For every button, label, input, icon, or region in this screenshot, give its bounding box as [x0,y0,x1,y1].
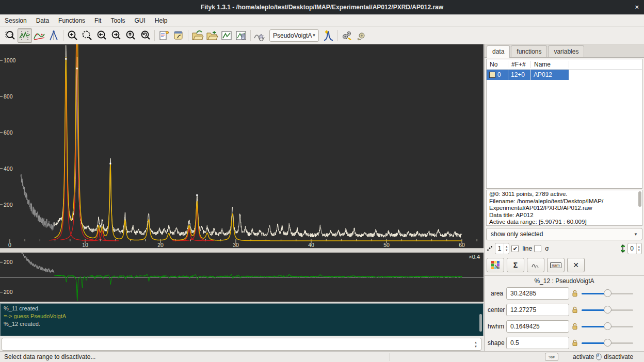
zoom-left-icon[interactable] [94,28,109,43]
dataset-buttons: Σ nam ✕ [487,258,642,272]
col-header-f: #F+# [508,61,531,68]
copy-function-button[interactable] [527,258,544,272]
lock-icon[interactable] [569,290,581,297]
zoom-in-icon[interactable] [66,28,80,43]
fit-run-icon[interactable] [340,28,355,43]
y-tick-label: 1000 [4,57,16,63]
mode-add-peak-icon[interactable] [46,28,61,43]
param-label-center: center [488,306,506,314]
menu-functions[interactable]: Functions [54,15,90,26]
color-style-button[interactable] [487,258,504,272]
dataset-checkbox[interactable] [489,72,495,78]
param-input-area[interactable]: 30.24285 [506,287,569,300]
show-mode-dropdown[interactable]: show only selected ▼ [486,228,642,240]
tab-variables[interactable]: variables [548,45,584,57]
point-size-icon [487,245,493,252]
chevron-down-icon: ▼ [312,33,316,38]
menu-data[interactable]: Data [31,15,54,26]
menu-tools[interactable]: Tools [106,15,130,26]
function-title: %_12 : PseudoVoigtA [488,277,641,285]
plot-divider[interactable] [0,248,484,253]
sigma-label: σ [545,245,549,252]
sigma-checkbox[interactable] [534,245,541,252]
mode-data-range-icon[interactable] [18,28,32,43]
gui-config-icon[interactable] [171,28,186,43]
sidebar-tabs: datafunctionsvariables [485,44,644,58]
tab-functions[interactable]: functions [511,45,547,57]
shift-spinner[interactable]: 0 ▲▼ [627,243,642,254]
sum-button[interactable]: Σ [507,258,524,272]
zoom-up-icon[interactable] [123,28,138,43]
toolbar-separator [154,30,155,41]
data-info-box[interactable]: @0: 3011 points, 2789 active.Filename: /… [486,190,642,226]
zoom-prev-icon[interactable] [138,28,152,43]
shift-value: 0 [628,245,636,252]
y-tick-label: 400 [4,166,13,172]
zoom-all-icon[interactable] [80,28,94,43]
lock-icon[interactable] [569,323,581,330]
menu-fit[interactable]: Fit [90,15,106,26]
x-tick-label: 40 [308,242,314,248]
menu-session[interactable]: Session [0,15,31,26]
y-tick-label: 600 [4,129,13,136]
point-size-spinner[interactable]: 1 ▲▼ [495,243,509,254]
fit-sum-curve [54,44,461,241]
console-scrollbar[interactable] [479,314,482,332]
fit-settings-icon[interactable] [355,28,369,43]
mode-background-icon[interactable] [32,28,46,43]
command-history-spinner[interactable]: ▲▼ [472,339,480,350]
x-tick-label: 60 [459,242,465,248]
data-point-marker [76,68,78,69]
rename-button[interactable]: nam [547,258,565,272]
console-line: =-> guess PseudoVoigtA [4,312,480,320]
main-plot[interactable]: 20040060080010000102030405060 [0,44,484,248]
aux-plot[interactable]: 200200×0.4 [0,253,484,302]
param-slider-center[interactable] [582,306,633,314]
console-line: %_12 created. [4,320,480,328]
save-image-icon[interactable] [234,28,248,43]
guess-peak-icon[interactable] [253,28,267,43]
menu-gui[interactable]: GUI [130,15,150,26]
add-function-icon[interactable] [321,28,335,43]
export-plot-icon[interactable] [219,28,234,43]
window-titlebar[interactable]: Fityk 1.3.1 - /home/aleplo/test/Desktop/… [0,0,644,14]
line-label: line [522,245,532,252]
script-editor-icon[interactable] [157,28,171,43]
function-type-dropdown[interactable]: PseudoVoigtA▼ [269,29,319,42]
param-input-center[interactable]: 12.27275 [506,304,569,316]
param-slider-shape[interactable] [582,339,633,347]
zoom-right-icon[interactable] [109,28,123,43]
open-data-icon[interactable] [190,28,205,43]
param-input-shape[interactable]: 0.5 [506,337,569,349]
open-data-append-icon[interactable] [205,28,219,43]
x-tick-label: 30 [233,242,239,248]
menu-help[interactable]: Help [150,15,172,26]
tab-data[interactable]: data [487,45,510,58]
command-input[interactable]: ▲▼ [2,338,481,351]
dataset-list-header: No #F+# Name [487,59,642,70]
aux-scale-label: ×0.4 [469,254,480,260]
param-row-shape: shape0.5 [488,336,641,350]
info-scrollbar[interactable] [638,191,641,207]
status-grip-button[interactable]: %# [545,353,558,361]
lock-icon[interactable] [569,339,581,347]
col-header-name: Name [531,61,569,68]
toolbar-separator [250,30,251,41]
param-slider-hwhm[interactable] [582,322,633,331]
lock-icon[interactable] [569,306,581,314]
function-param-panel: %_12 : PseudoVoigtA area30.24285center12… [485,276,644,350]
sum-label: Σ [513,261,518,269]
dataset-row[interactable]: 0 12+0 AP012 [487,70,642,80]
info-line: Experimental/AP012/PXRD/AP012.raw [489,205,639,212]
mode-zoom-icon[interactable] [3,28,18,43]
status-bar: Select data range to disactivate... %# a… [0,351,644,362]
output-console[interactable]: %_11 created.=-> guess PseudoVoigtA%_12 … [0,303,484,336]
dataset-list[interactable]: No #F+# Name 0 12+0 AP012 [486,59,642,189]
delete-button[interactable]: ✕ [567,258,585,272]
shift-icon [620,244,625,253]
param-input-hwhm[interactable]: 0.1649425 [506,320,569,333]
sidebar: datafunctionsvariables No #F+# Name 0 12… [484,44,644,351]
close-icon[interactable]: × [635,3,639,11]
param-slider-area[interactable] [582,289,633,298]
line-checkbox[interactable]: ✔ [511,245,519,252]
